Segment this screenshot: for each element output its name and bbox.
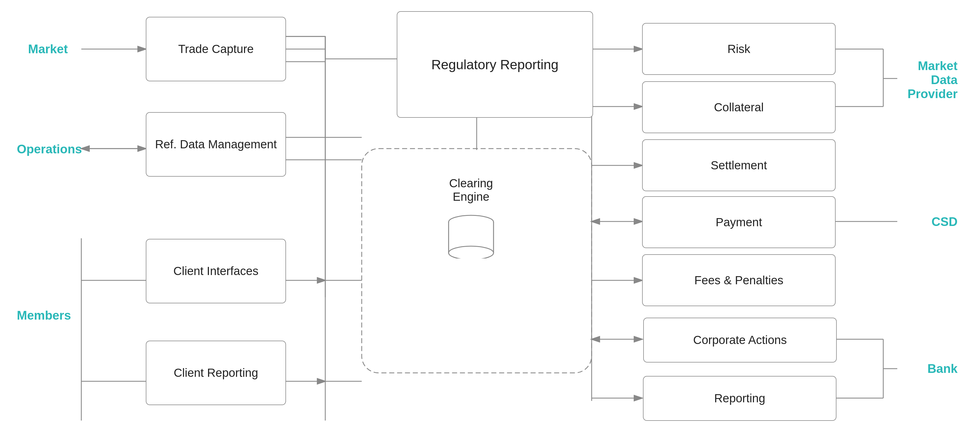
collateral-label: Collateral bbox=[714, 101, 764, 114]
fees-penalties-box: Fees & Penalties bbox=[642, 254, 835, 306]
risk-box: Risk bbox=[642, 23, 835, 75]
payment-box: Payment bbox=[642, 196, 835, 248]
collateral-box: Collateral bbox=[642, 81, 835, 133]
client-interfaces-box: Client Interfaces bbox=[146, 239, 286, 303]
market-data-provider-label: Market Data Provider bbox=[907, 59, 958, 101]
bank-label: Bank bbox=[927, 361, 958, 376]
client-reporting-label: Client Reporting bbox=[173, 366, 258, 380]
regulatory-reporting-label: Regulatory Reporting bbox=[431, 57, 558, 72]
csd-label: CSD bbox=[931, 215, 958, 229]
operations-label: Operations bbox=[17, 142, 82, 156]
reporting-box: Reporting bbox=[643, 376, 837, 421]
settlement-box: Settlement bbox=[642, 139, 835, 191]
reporting-label: Reporting bbox=[714, 392, 765, 405]
market-label: Market bbox=[28, 42, 68, 56]
ref-data-box: Ref. Data Management bbox=[146, 112, 286, 177]
regulatory-reporting-box: Regulatory Reporting bbox=[397, 11, 593, 118]
settlement-label: Settlement bbox=[711, 159, 767, 172]
clearing-engine-wrap: ClearingEngine bbox=[443, 177, 499, 258]
client-reporting-box: Client Reporting bbox=[146, 341, 286, 405]
risk-label: Risk bbox=[727, 42, 750, 56]
svg-point-41 bbox=[449, 246, 493, 258]
diagram: Trade Capture Ref. Data Management Clien… bbox=[0, 0, 980, 441]
corporate-actions-label: Corporate Actions bbox=[693, 333, 787, 347]
payment-label: Payment bbox=[716, 216, 762, 229]
members-label: Members bbox=[17, 308, 71, 322]
client-interfaces-label: Client Interfaces bbox=[173, 264, 258, 278]
fees-penalties-label: Fees & Penalties bbox=[694, 274, 783, 287]
trade-capture-label: Trade Capture bbox=[178, 42, 253, 56]
clearing-engine-label: ClearingEngine bbox=[449, 177, 493, 204]
ref-data-label: Ref. Data Management bbox=[155, 138, 277, 151]
trade-capture-box: Trade Capture bbox=[146, 17, 286, 81]
clearing-engine-cylinder bbox=[443, 208, 499, 258]
corporate-actions-box: Corporate Actions bbox=[643, 318, 837, 363]
